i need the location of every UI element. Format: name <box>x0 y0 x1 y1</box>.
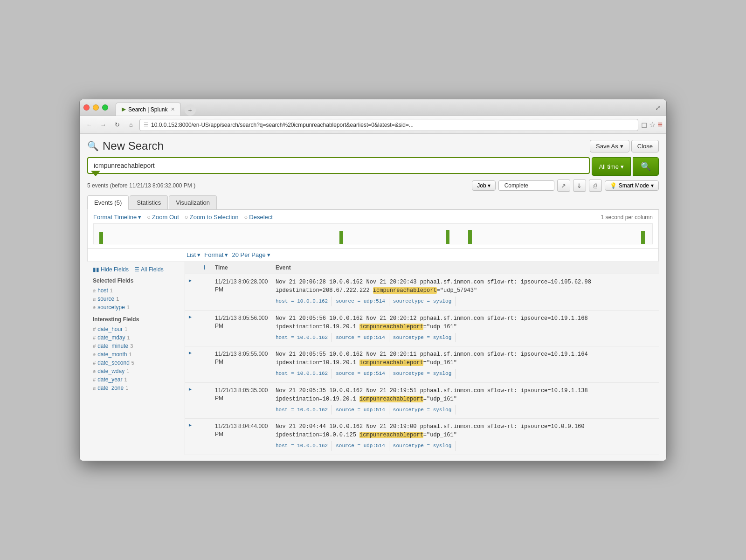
interesting-field-item: a date_wday 1 <box>93 367 179 375</box>
address-icon: ☰ <box>144 122 148 128</box>
forward-button[interactable]: → <box>97 119 109 131</box>
timeline-left: Format Timeline ▾ ○ Zoom Out ○ Zoom to S… <box>93 214 273 221</box>
search-input-wrapper <box>87 157 590 176</box>
col-info-header: i <box>198 262 211 274</box>
event-content: Nov 21 20:05:35 10.0.0.162 Nov 21 20:19:… <box>272 383 659 419</box>
maximize-window-button[interactable] <box>102 104 108 111</box>
event-meta-value: source = udp:514 <box>332 441 389 451</box>
interesting-field-item: a date_month 1 <box>93 350 179 359</box>
fullscreen-button[interactable]: ⤢ <box>655 104 663 111</box>
new-tab-button[interactable]: + <box>185 104 196 116</box>
event-content: Nov 21 20:05:56 10.0.0.162 Nov 21 20:20:… <box>272 311 659 346</box>
tab-visualization[interactable]: Visualization <box>169 195 217 209</box>
bulb-icon: 💡 <box>610 182 617 189</box>
event-info <box>198 346 211 354</box>
zoom-out-circle: ○ <box>147 214 151 221</box>
timeline-chart[interactable] <box>93 223 653 244</box>
time-range-chevron: ▾ <box>621 163 624 170</box>
time-range-button[interactable]: All time ▾ <box>592 157 631 176</box>
col-event-header: Event <box>272 262 659 274</box>
search-submit-button[interactable]: 🔍 <box>633 157 659 176</box>
search-input[interactable] <box>87 157 590 174</box>
share-job-button[interactable]: ↗ <box>557 180 570 192</box>
col-expand-header <box>185 262 198 274</box>
traffic-lights <box>83 104 108 111</box>
timeline-area: Format Timeline ▾ ○ Zoom Out ○ Zoom to S… <box>87 210 659 249</box>
close-window-button[interactable] <box>83 104 90 111</box>
print-button[interactable]: ⎙ <box>589 180 602 192</box>
format-chevron: ▾ <box>225 251 228 258</box>
search-container: All time ▾ 🔍 <box>87 157 659 176</box>
event-meta: host = 10.0.0.162source = udp:514sourcet… <box>276 333 655 343</box>
back-button[interactable]: ← <box>83 119 95 131</box>
list-button[interactable]: List ▾ <box>186 251 200 258</box>
row-expand-button[interactable]: ► <box>185 346 198 359</box>
tab-close-button[interactable]: ✕ <box>171 106 175 112</box>
hide-fields-button[interactable]: ▮▮ Hide Fields <box>93 266 129 273</box>
browser-window: ▶ Search | Splunk ✕ + ⤢ ← → ↻ ⌂ ☰ 10.0.0… <box>79 99 667 461</box>
selected-field-item: a source 1 <box>93 295 179 303</box>
job-button[interactable]: Job ▾ <box>472 180 495 191</box>
event-info <box>198 274 211 282</box>
bookmark-icon[interactable]: ☆ <box>649 120 656 129</box>
event-time: 11/21/13 8:06:28.000 PM <box>211 274 272 297</box>
event-meta-value: source = udp:514 <box>332 405 389 415</box>
home-button[interactable]: ⌂ <box>125 119 137 131</box>
timeline-controls: Format Timeline ▾ ○ Zoom Out ○ Zoom to S… <box>93 214 653 221</box>
interesting-field-item: # date_year 1 <box>93 375 179 384</box>
tab-statistics[interactable]: Statistics <box>130 195 168 209</box>
event-meta-value: host = 10.0.0.162 <box>276 441 332 451</box>
timeline-scale: 1 second per column <box>601 214 653 221</box>
table-toolbar: List ▾ Format ▾ 20 Per Page ▾ <box>87 249 659 262</box>
events-rows: ► 11/21/13 8:06:28.000 PM Nov 21 20:06:2… <box>185 274 659 455</box>
event-meta-value: source = udp:514 <box>332 297 389 306</box>
selected-fields-title: Selected Fields <box>93 277 179 284</box>
extensions-icon: ◻ <box>641 120 647 129</box>
table-row: ► 11/21/13 8:04:44.000 PM Nov 21 20:04:4… <box>185 419 659 455</box>
hamburger-menu[interactable]: ≡ <box>657 120 663 130</box>
interesting-field-item: # date_minute 3 <box>93 342 179 350</box>
col-time-header: Time <box>211 262 272 274</box>
tab-title: Search | Splunk <box>128 106 168 113</box>
event-highlight: icmpunreachableport <box>359 360 423 366</box>
interesting-field-item: a date_zone 1 <box>93 384 179 392</box>
tab-bar: ▶ Search | Splunk ✕ + <box>116 99 196 116</box>
save-as-button[interactable]: Save As ▾ <box>590 140 629 152</box>
time-range-label: All time <box>599 163 619 170</box>
per-page-button[interactable]: 20 Per Page ▾ <box>232 251 270 258</box>
zoom-to-selection-circle: ○ <box>185 214 188 221</box>
row-expand-button[interactable]: ► <box>185 383 198 395</box>
row-expand-button[interactable]: ► <box>185 419 198 431</box>
format-button[interactable]: Format ▾ <box>204 251 228 258</box>
download-button[interactable]: ⇓ <box>573 180 586 192</box>
browser-tab[interactable]: ▶ Search | Splunk ✕ <box>116 103 181 116</box>
event-meta: host = 10.0.0.162source = udp:514sourcet… <box>276 369 655 379</box>
event-info <box>198 419 211 426</box>
page-title-area: 🔍 New Search <box>87 139 164 152</box>
format-timeline-button[interactable]: Format Timeline ▾ <box>93 214 141 221</box>
per-page-chevron: ▾ <box>267 251 270 258</box>
event-highlight: icmpunreachableport <box>359 396 423 402</box>
row-expand-button[interactable]: ► <box>185 274 198 287</box>
event-content: Nov 21 20:06:28 10.0.0.162 Nov 21 20:20:… <box>272 274 659 310</box>
zoom-out-button[interactable]: ○ Zoom Out <box>147 214 179 221</box>
tabs: Events (5) Statistics Visualization <box>87 195 659 210</box>
close-button[interactable]: Close <box>631 140 659 152</box>
event-meta-value: sourcetype = syslog <box>389 369 456 379</box>
status-bar: 5 events (before 11/21/13 8:06:32.000 PM… <box>87 180 659 192</box>
deselect-button[interactable]: ○ Deselect <box>244 214 273 221</box>
row-expand-button[interactable]: ► <box>185 311 198 323</box>
event-meta-value: host = 10.0.0.162 <box>276 369 332 379</box>
address-bar[interactable]: ☰ 10.0.0.152:8000/en-US/app/search/searc… <box>139 119 638 131</box>
refresh-button[interactable]: ↻ <box>111 119 123 131</box>
navbar: ← → ↻ ⌂ ☰ 10.0.0.152:8000/en-US/app/sear… <box>80 116 666 134</box>
chevron-down-icon: ▾ <box>620 143 623 150</box>
all-fields-button[interactable]: ☰ All Fields <box>134 266 164 273</box>
minimize-window-button[interactable] <box>93 104 99 111</box>
zoom-to-selection-button[interactable]: ○ Zoom to Selection <box>185 214 239 221</box>
all-fields-icon: ☰ <box>134 266 139 273</box>
tab-events[interactable]: Events (5) <box>87 195 129 210</box>
smart-mode-button[interactable]: 💡 Smart Mode ▾ <box>605 180 659 191</box>
event-meta-value: sourcetype = syslog <box>389 333 456 343</box>
event-info <box>198 311 211 318</box>
